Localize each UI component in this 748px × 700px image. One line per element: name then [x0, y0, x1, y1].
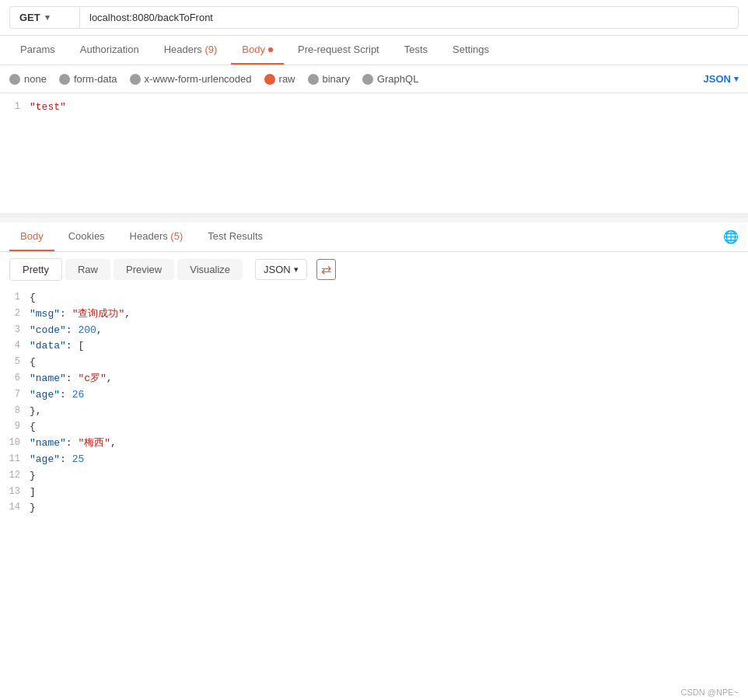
body-type-label: none: [24, 73, 47, 85]
req-tab-tests[interactable]: Tests: [393, 36, 439, 65]
resp-code-line: 12 }: [0, 468, 748, 485]
json-plain: ]: [30, 486, 36, 498]
resp-json-format-selector[interactable]: JSON ▾: [255, 259, 307, 280]
line-number: 7: [6, 387, 30, 402]
json-string: "梅西": [78, 437, 110, 449]
req-tab-body[interactable]: Body: [231, 36, 284, 65]
code-content: "data": [: [30, 338, 84, 355]
json-string: "查询成功": [72, 308, 125, 320]
json-plain: :: [60, 453, 72, 465]
line-number: 9: [6, 419, 30, 434]
radio-icon: [9, 74, 20, 85]
line-number: 12: [6, 468, 30, 483]
resp-code-line: 1{: [0, 290, 748, 306]
resp-code-line: 13 ]: [0, 485, 748, 501]
json-plain: }: [30, 470, 36, 481]
line-number: 1: [6, 290, 30, 305]
body-type-x-www-form-urlencoded[interactable]: x-www-form-urlencoded: [130, 73, 252, 85]
format-tab-pretty[interactable]: Pretty: [9, 258, 62, 281]
json-plain: :: [66, 437, 79, 449]
body-type-selector: noneform-datax-www-form-urlencodedrawbin…: [0, 65, 748, 93]
response-body: 1{2 "msg": "查询成功",3 "code": 200,4 "data"…: [0, 287, 748, 520]
url-input[interactable]: [79, 6, 739, 29]
resp-tab-badge: (5): [168, 230, 184, 242]
resp-tab-test-results[interactable]: Test Results: [197, 222, 274, 251]
resp-tab-body[interactable]: Body: [9, 222, 54, 251]
req-tab-authorization[interactable]: Authorization: [69, 36, 150, 65]
radio-icon: [59, 74, 70, 85]
code-content: ]: [30, 485, 36, 501]
format-tab-raw[interactable]: Raw: [65, 259, 110, 280]
body-type-binary[interactable]: binary: [308, 73, 350, 85]
json-key: "name": [30, 437, 66, 449]
code-content: }: [30, 468, 36, 485]
request-tabs: ParamsAuthorizationHeaders (9)BodyPre-re…: [0, 36, 748, 65]
json-plain: :: [66, 324, 79, 336]
code-content: {: [30, 355, 36, 371]
resp-tab-cookies[interactable]: Cookies: [58, 222, 116, 251]
wrap-lines-icon[interactable]: ⇄: [316, 259, 336, 280]
json-plain: :: [60, 389, 72, 401]
body-type-label: x-www-form-urlencoded: [145, 73, 252, 85]
line-number: 13: [6, 485, 30, 499]
format-tab-visualize[interactable]: Visualize: [177, 259, 243, 280]
resp-code-line: 4 "data": [: [0, 338, 748, 355]
resp-code-line: 6 "name": "c罗",: [0, 371, 748, 387]
chevron-down-icon: ▾: [734, 74, 739, 84]
line-number: 5: [6, 355, 30, 369]
req-tab-params[interactable]: Params: [9, 36, 66, 65]
code-content: {: [30, 419, 36, 436]
json-plain: :: [60, 308, 72, 320]
code-content: "age": 26: [30, 387, 84, 404]
resp-code-line: 14}: [0, 500, 748, 516]
json-key: "age": [30, 453, 60, 465]
resp-json-label: JSON: [264, 264, 291, 275]
chevron-down-icon: ▾: [294, 264, 299, 275]
json-key: "code": [30, 324, 66, 336]
json-plain: : [: [66, 340, 84, 352]
json-key: "name": [30, 373, 66, 384]
json-plain: ,: [96, 324, 103, 336]
json-key: "age": [30, 389, 60, 401]
chevron-down-icon: ▾: [45, 12, 50, 23]
json-plain: {: [30, 292, 36, 303]
body-type-form-data[interactable]: form-data: [59, 73, 117, 85]
format-tab-preview[interactable]: Preview: [114, 259, 174, 280]
resp-code-line: 11 "age": 25: [0, 452, 748, 468]
method-selector[interactable]: GET ▾: [9, 6, 79, 29]
json-number: 200: [78, 324, 96, 336]
line-number: 11: [6, 452, 30, 467]
req-code-line-1: 1 "test": [0, 100, 748, 116]
resp-code-line: 10 "name": "梅西",: [0, 436, 748, 452]
resp-code-line: 9 {: [0, 419, 748, 436]
json-plain: {: [30, 356, 36, 368]
resp-code-line: 2 "msg": "查询成功",: [0, 306, 748, 323]
body-type-GraphQL[interactable]: GraphQL: [362, 73, 418, 85]
code-content: {: [30, 290, 36, 306]
globe-icon[interactable]: 🌐: [723, 229, 739, 244]
response-tabs: BodyCookiesHeaders (5)Test Results🌐: [0, 222, 748, 252]
json-plain: ,: [110, 437, 117, 449]
line-number: 6: [6, 371, 30, 386]
body-type-label: binary: [323, 73, 350, 85]
body-type-raw[interactable]: raw: [264, 73, 295, 85]
line-number: 4: [6, 338, 30, 353]
req-tab-pre-request-script[interactable]: Pre-request Script: [287, 36, 390, 65]
request-body-editor[interactable]: 1 "test": [0, 93, 748, 218]
json-plain: },: [30, 405, 42, 417]
radio-icon: [264, 74, 275, 85]
req-tab-headers[interactable]: Headers (9): [153, 36, 229, 65]
code-content: }: [30, 500, 36, 516]
method-label: GET: [19, 12, 40, 23]
json-string: "c罗": [78, 373, 106, 384]
radio-icon: [362, 74, 373, 85]
json-plain: {: [30, 421, 36, 432]
code-content: "msg": "查询成功",: [30, 306, 131, 323]
resp-tab-headers[interactable]: Headers (5): [119, 222, 194, 251]
req-tab-settings[interactable]: Settings: [442, 36, 500, 65]
active-dot: [268, 47, 273, 52]
body-type-none[interactable]: none: [9, 73, 47, 85]
json-plain: }: [30, 502, 36, 513]
line-number: 8: [6, 404, 30, 418]
json-type-selector[interactable]: JSON▾: [704, 73, 739, 85]
